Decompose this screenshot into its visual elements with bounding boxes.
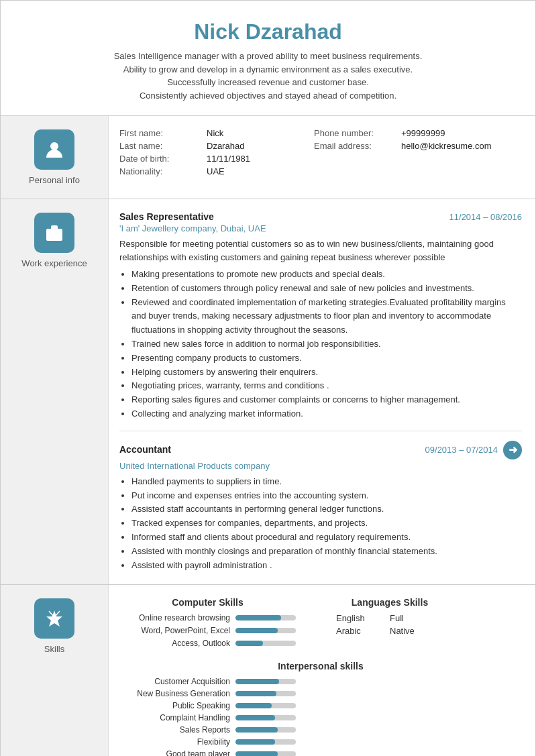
interpersonal-skills-title: Interpersonal skills <box>119 661 522 671</box>
next-button[interactable]: ➜ <box>503 441 522 460</box>
interp-skill-bar-bg <box>235 751 296 756</box>
skill-name: Word, PowerPoint, Excel <box>119 626 230 635</box>
interp-skill-bar-fill <box>235 703 272 708</box>
interp-skill-bar-bg <box>235 727 296 733</box>
lang-name: English <box>336 613 390 623</box>
interp-skill-bar-fill <box>235 727 278 733</box>
personal-field: First name: <box>119 128 207 138</box>
header-section: Nick Dzarahad Sales Intelligence manager… <box>1 1 535 115</box>
work-experience-icon <box>34 213 74 253</box>
personal-field: Nick <box>207 128 314 138</box>
interp-skill-bar-bg <box>235 739 296 745</box>
header-summary: Sales Intelligence manager with a proved… <box>28 50 508 102</box>
job-dates: 09/2013 – 07/2014 <box>425 445 498 455</box>
personal-info-label: Personal info <box>29 175 80 185</box>
interp-skill-row: Flexibility <box>119 737 522 747</box>
personal-info-grid: First name:NickPhone number:+99999999Las… <box>119 128 522 176</box>
interp-skill-row: Good team player <box>119 749 522 756</box>
personal-info-content: First name:NickPhone number:+99999999Las… <box>108 116 535 199</box>
interp-skill-name: Sales Reports <box>119 725 230 735</box>
list-item: Assisted staff accountants in performing… <box>131 502 522 517</box>
interp-skill-bar-bg <box>235 691 296 696</box>
personal-field <box>401 166 522 176</box>
interp-skill-bar-bg <box>235 679 296 684</box>
interp-skill-name: Complaint Handling <box>119 713 230 722</box>
lang-level: Native <box>390 626 443 636</box>
lang-name: Arabic <box>336 626 390 636</box>
work-experience-row: Work experience Sales Representative11/2… <box>1 199 535 584</box>
skill-bar-bg <box>235 615 296 620</box>
interp-skill-bar-fill <box>235 679 279 684</box>
job-title: Accountant <box>119 444 171 455</box>
interp-skill-name: Flexibility <box>119 737 230 747</box>
personal-info-row: Personal info First name:NickPhone numbe… <box>1 115 535 199</box>
interpersonal-skills: Interpersonal skillsCustomer Acquisition… <box>119 661 522 756</box>
list-item: Informed staff and clients about procedu… <box>131 531 522 545</box>
list-item: Presenting company products to customers… <box>131 352 522 366</box>
personal-info-sidebar: Personal info <box>1 116 108 199</box>
personal-field <box>314 166 401 176</box>
job-description: Responsible for meeting potential custom… <box>119 237 522 264</box>
skills-content: Computer SkillsOnline research browsingW… <box>108 585 535 756</box>
skill-name: Access, Outlook <box>119 639 230 648</box>
list-item: Negotiating prices, warranty, terms and … <box>131 379 522 393</box>
list-item: Reporting sales figures and customer com… <box>131 393 522 407</box>
job-bullets: Making presentations to promote new prod… <box>131 268 522 421</box>
skill-name: Online research browsing <box>119 613 230 623</box>
personal-field: Last name: <box>119 141 207 151</box>
personal-field: Dzarahad <box>207 141 314 151</box>
personal-field <box>314 154 401 164</box>
job-dates: 11/2014 – 08/2016 <box>449 212 522 222</box>
personal-field: Date of birth: <box>119 154 207 164</box>
personal-field: Nationality: <box>119 166 207 176</box>
skill-bar-fill <box>235 615 281 620</box>
list-item: Assisted with payroll administration . <box>131 559 522 573</box>
interp-skill-name: Public Speaking <box>119 701 230 710</box>
interp-skill-bar-bg <box>235 715 296 720</box>
work-experience-label: Work experience <box>21 258 87 268</box>
job-title: Sales Representative <box>119 211 214 222</box>
interp-skill-row: Complaint Handling <box>119 713 522 722</box>
work-experience-content: Sales Representative11/2014 – 08/2016'I … <box>108 199 535 584</box>
job-company: United International Products company <box>119 461 522 471</box>
personal-field <box>401 154 522 164</box>
interp-skill-bar-fill <box>235 691 276 696</box>
interp-skill-bar-fill <box>235 715 275 720</box>
skill-bar-fill <box>235 628 278 633</box>
job-company: 'I am' Jewellery company, Dubai, UAE <box>119 223 522 233</box>
personal-field: +99999999 <box>401 128 522 138</box>
computer-skills-title: Computer Skills <box>119 597 296 608</box>
interp-skill-name: Good team player <box>119 749 230 756</box>
languages-col: Languages SkillsEnglishFullArabicNative <box>336 597 443 651</box>
personal-field: UAE <box>207 166 314 176</box>
list-item: Collecting and analyzing market informat… <box>131 407 522 421</box>
svg-point-0 <box>50 142 58 150</box>
job-header: Sales Representative11/2014 – 08/2016 <box>119 211 522 222</box>
personal-field: hello@kickresume.com <box>401 141 522 151</box>
languages-title: Languages Skills <box>336 597 443 608</box>
job-bullets: Handled payments to suppliers in time.Pu… <box>131 475 522 573</box>
work-experience-sidebar: Work experience <box>1 199 108 584</box>
resume-container: Nick Dzarahad Sales Intelligence manager… <box>0 0 536 756</box>
skills-row: Skills Computer SkillsOnline research br… <box>1 584 535 756</box>
list-item: Put income and expenses entries into the… <box>131 489 522 503</box>
skill-bar-bg <box>235 628 296 633</box>
interp-skill-name: New Business Generation <box>119 689 230 698</box>
svg-point-3 <box>51 615 58 622</box>
computer-skills-col: Computer SkillsOnline research browsingW… <box>119 597 296 651</box>
personal-field: Phone number: <box>314 128 401 138</box>
personal-info-icon <box>34 129 74 170</box>
job-header: Accountant09/2013 – 07/2014➜ <box>119 441 522 460</box>
skill-row: Access, Outlook <box>119 639 296 648</box>
list-item: Retention of customers through policy re… <box>131 282 522 296</box>
list-item: Tracked expenses for companies, departme… <box>131 517 522 531</box>
skills-label: Skills <box>44 644 64 654</box>
interp-skill-row: Sales Reports <box>119 725 522 735</box>
personal-field: 11/11/1981 <box>207 154 314 164</box>
interp-skill-row: Public Speaking <box>119 701 522 710</box>
interp-skill-row: Customer Acquisition <box>119 677 522 686</box>
skill-row: Word, PowerPoint, Excel <box>119 626 296 635</box>
lang-level: Full <box>390 613 443 623</box>
skills-icon <box>34 598 74 639</box>
skills-sidebar: Skills <box>1 585 108 756</box>
